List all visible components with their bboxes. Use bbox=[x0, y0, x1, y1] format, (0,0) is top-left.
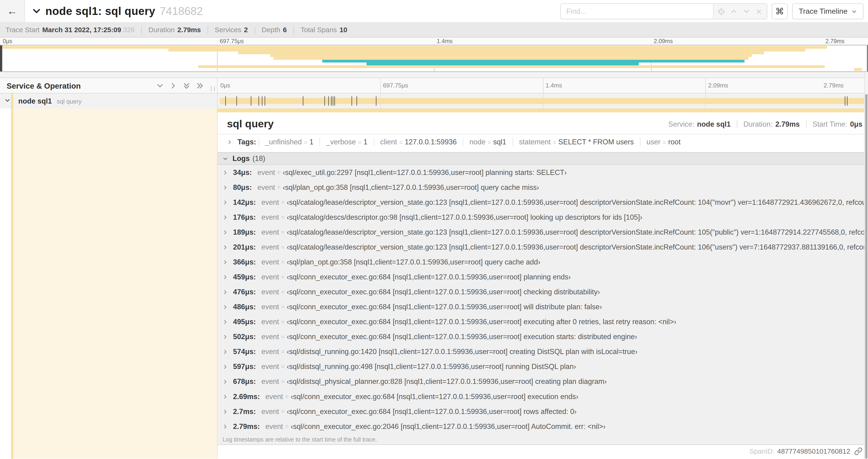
log-row[interactable]: 678μs: event = ‹sql/distsql_physical_pla… bbox=[217, 374, 868, 389]
equals-sign: = bbox=[281, 214, 284, 220]
span-detail-panel: sql query Service:node sql1 Duration:2.7… bbox=[217, 108, 868, 459]
log-row[interactable]: 476μs: event = ‹sql/conn_executor_exec.g… bbox=[217, 284, 868, 299]
back-arrow-icon: ← bbox=[7, 5, 18, 17]
locate-icon[interactable] bbox=[717, 7, 726, 16]
log-markers-layer bbox=[217, 94, 868, 108]
log-row[interactable]: 366μs: event = ‹sql/plan_opt.go:358 [nsq… bbox=[217, 255, 868, 269]
log-row[interactable]: 459μs: event = ‹sql/conn_executor_exec.g… bbox=[217, 269, 868, 284]
equals-sign: = bbox=[281, 229, 284, 235]
log-timestamp: 502μs: bbox=[233, 333, 256, 341]
minimap-span-bar bbox=[274, 57, 748, 60]
column-resizer[interactable] bbox=[211, 86, 215, 91]
log-marker[interactable] bbox=[376, 96, 376, 106]
expand-all-double-chevron-right-icon[interactable] bbox=[196, 81, 204, 89]
vertical-scrollbar[interactable] bbox=[864, 72, 868, 459]
log-chevron-right-icon bbox=[223, 408, 228, 414]
minimap-span-rows bbox=[0, 46, 868, 71]
total-spans-value: 10 bbox=[340, 26, 347, 34]
log-marker[interactable] bbox=[845, 96, 845, 106]
logs-count: (18) bbox=[252, 154, 265, 163]
log-row[interactable]: 189μs: event = ‹sql/catalog/lease/descri… bbox=[217, 225, 868, 239]
log-timestamp: 495μs: bbox=[233, 318, 256, 326]
back-button[interactable]: ← bbox=[0, 0, 25, 22]
log-marker[interactable] bbox=[357, 96, 357, 106]
log-marker[interactable] bbox=[847, 96, 847, 106]
span-children-chevron-down-icon[interactable] bbox=[4, 97, 10, 104]
log-row[interactable]: 486μs: event = ‹sql/conn_executor_exec.g… bbox=[217, 299, 868, 314]
scrollbar-thumb[interactable] bbox=[865, 94, 867, 459]
log-marker[interactable] bbox=[335, 96, 335, 106]
minimap-left-scrubber[interactable] bbox=[0, 45, 2, 72]
log-row[interactable]: 502μs: event = ‹sql/conn_executor_exec.g… bbox=[217, 329, 868, 344]
log-marker[interactable] bbox=[225, 96, 226, 106]
log-row[interactable]: 176μs: event = ‹sql/catalog/descs/descri… bbox=[217, 210, 868, 225]
log-chevron-right-icon bbox=[223, 244, 228, 250]
minimap-right-scrubber[interactable] bbox=[867, 45, 868, 72]
log-marker[interactable] bbox=[303, 96, 303, 106]
log-marker[interactable] bbox=[331, 96, 331, 106]
collapse-all-double-chevron-down-icon[interactable] bbox=[183, 81, 190, 89]
log-marker[interactable] bbox=[265, 96, 265, 106]
span-detail-accent-bar bbox=[217, 108, 868, 112]
log-field-key: event bbox=[261, 362, 279, 371]
trace-collapse-chevron-down-icon[interactable] bbox=[32, 6, 41, 15]
log-chevron-right-icon bbox=[223, 229, 228, 235]
log-marker[interactable] bbox=[351, 96, 352, 106]
log-marker[interactable] bbox=[251, 96, 251, 106]
log-row[interactable]: 495μs: event = ‹sql/conn_executor_exec.g… bbox=[217, 315, 868, 329]
keyboard-shortcuts-button[interactable]: ⌘ bbox=[772, 3, 788, 19]
log-field-value: ‹sql/plan_opt.go:358 [nsql1,client=127.0… bbox=[287, 258, 540, 266]
find-input[interactable] bbox=[561, 4, 713, 19]
log-marker[interactable] bbox=[333, 96, 334, 106]
log-row[interactable]: 201μs: event = ‹sql/catalog/lease/descri… bbox=[217, 239, 868, 255]
minimap-graph[interactable] bbox=[0, 45, 868, 72]
next-match-chevron-down-icon[interactable] bbox=[742, 7, 751, 16]
trace-view-selector[interactable]: Trace Timeline bbox=[792, 3, 864, 19]
log-marker[interactable] bbox=[261, 96, 262, 106]
log-row[interactable]: 80μs: event = ‹sql/plan_opt.go:358 [nsql… bbox=[217, 180, 868, 195]
ruler-tick-label: 697.75μs bbox=[380, 82, 408, 88]
log-field-value: ‹sql/distsql_running.go:498 [nsql1,clien… bbox=[287, 362, 576, 371]
tags-accordion[interactable]: Tags: _unfinished=1 _verbose=1 client=12… bbox=[217, 135, 868, 150]
log-field-key: event bbox=[261, 258, 279, 266]
log-timestamp: 2.7ms: bbox=[233, 407, 256, 416]
tag-item: _unfinished=1 bbox=[258, 138, 319, 146]
span-detail-left-column bbox=[0, 108, 217, 459]
log-field-key: event bbox=[265, 392, 283, 401]
operation-name: sql query bbox=[57, 98, 82, 104]
equals-sign: = bbox=[281, 364, 284, 370]
collapse-one-chevron-down-icon[interactable] bbox=[156, 81, 164, 89]
equals-sign: = bbox=[277, 184, 280, 190]
log-row[interactable]: 34μs: event = ‹sql/exec_util.go:2297 [ns… bbox=[217, 165, 868, 180]
ruler-tick-label: 2.79ms bbox=[824, 82, 846, 88]
expand-one-chevron-right-icon[interactable] bbox=[169, 81, 177, 89]
prev-match-chevron-up-icon[interactable] bbox=[730, 7, 738, 16]
service-name[interactable]: node sql1 bbox=[18, 97, 52, 105]
log-marker[interactable] bbox=[236, 96, 237, 106]
log-marker[interactable] bbox=[258, 96, 259, 106]
equals-sign: = bbox=[285, 393, 288, 399]
log-timestamp: 2.79ms: bbox=[233, 422, 260, 431]
log-marker[interactable] bbox=[329, 96, 329, 106]
command-icon: ⌘ bbox=[775, 6, 784, 17]
equals-sign: = bbox=[281, 379, 284, 385]
log-row[interactable]: 597μs: event = ‹sql/distsql_running.go:4… bbox=[217, 359, 868, 374]
log-row[interactable]: 142μs: event = ‹sql/catalog/lease/descri… bbox=[217, 195, 868, 210]
log-field-value: ‹sql/conn_executor_exec.go:2046 [nsql1,c… bbox=[291, 422, 606, 431]
log-row[interactable]: 2.79ms: event = ‹sql/conn_executor_exec.… bbox=[217, 419, 868, 434]
span-detail-header: sql query Service:node sql1 Duration:2.7… bbox=[217, 112, 868, 135]
log-marker[interactable] bbox=[324, 96, 325, 106]
divider bbox=[737, 120, 737, 128]
log-field-value: ‹sql/catalog/lease/descriptor_version_st… bbox=[287, 243, 868, 252]
log-row[interactable]: 2.7ms: event = ‹sql/conn_executor_exec.g… bbox=[217, 404, 868, 419]
span-detail-tint bbox=[11, 108, 217, 459]
log-row[interactable]: 574μs: event = ‹sql/distsql_running.go:1… bbox=[217, 344, 868, 359]
clear-find-x-icon[interactable] bbox=[754, 7, 763, 16]
minimap-span-bar bbox=[198, 66, 825, 68]
span-row[interactable]: node sql1 sql query bbox=[0, 94, 868, 108]
divider bbox=[293, 26, 294, 34]
logs-accordion-header[interactable]: Logs (18) bbox=[217, 152, 868, 165]
deep-link-icon[interactable] bbox=[854, 447, 863, 456]
trace-title[interactable]: node sql1: sql query bbox=[45, 5, 155, 18]
log-row[interactable]: 2.69ms: event = ‹sql/conn_executor_exec.… bbox=[217, 389, 868, 404]
